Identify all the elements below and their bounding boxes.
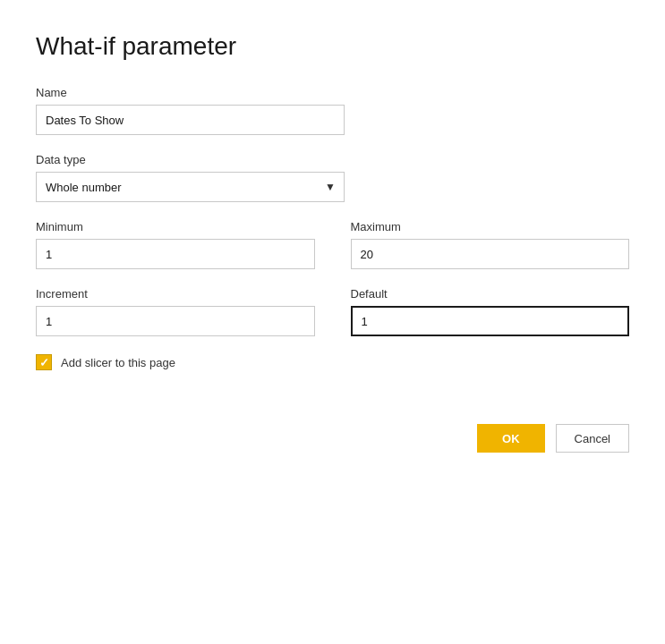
data-type-field-group: Data type Whole number Decimal number Fi… — [36, 153, 629, 202]
name-field-group: Name — [36, 86, 629, 135]
add-slicer-label: Add slicer to this page — [61, 356, 175, 369]
maximum-label: Maximum — [351, 220, 630, 233]
add-slicer-checkbox[interactable]: ✓ — [36, 354, 52, 370]
increment-field-group: Increment — [36, 287, 315, 336]
data-type-select[interactable]: Whole number Decimal number Fixed decima… — [36, 172, 345, 202]
increment-default-row: Increment Default — [36, 287, 629, 336]
default-field-group: Default — [351, 287, 630, 336]
data-type-label: Data type — [36, 153, 629, 166]
min-max-row: Minimum Maximum — [36, 220, 629, 269]
name-label: Name — [36, 86, 629, 99]
ok-button[interactable]: OK — [477, 424, 545, 453]
default-input[interactable] — [351, 306, 630, 336]
maximum-field-group: Maximum — [351, 220, 630, 269]
increment-label: Increment — [36, 287, 315, 301]
data-type-select-wrapper: Whole number Decimal number Fixed decima… — [36, 172, 345, 202]
default-label: Default — [351, 287, 630, 301]
minimum-input[interactable] — [36, 239, 315, 269]
checkmark-icon: ✓ — [39, 357, 49, 369]
minimum-field-group: Minimum — [36, 220, 315, 269]
cancel-button[interactable]: Cancel — [556, 424, 629, 453]
button-row: OK Cancel — [36, 424, 629, 453]
what-if-parameter-dialog: What-if parameter Name Data type Whole n… — [0, 0, 665, 644]
increment-input[interactable] — [36, 306, 315, 336]
name-input[interactable] — [36, 105, 345, 135]
add-slicer-row: ✓ Add slicer to this page — [36, 354, 629, 370]
maximum-input[interactable] — [351, 239, 630, 269]
dialog-title: What-if parameter — [36, 32, 629, 61]
minimum-label: Minimum — [36, 220, 315, 233]
